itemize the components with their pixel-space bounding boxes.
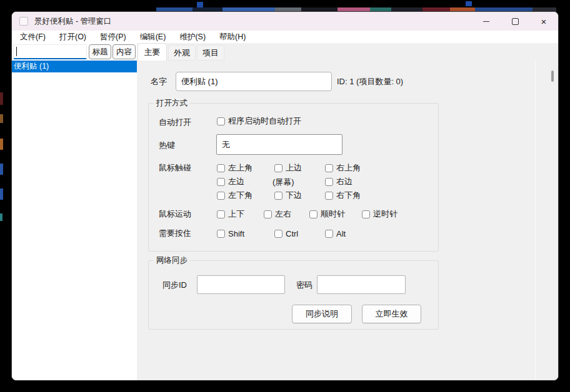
password-input[interactable] <box>317 275 406 294</box>
filter-content-label: 内容 <box>116 47 132 57</box>
background-fragment <box>197 2 203 7</box>
checkbox-icon <box>217 192 225 200</box>
name-label: 名字 <box>151 76 167 87</box>
title-bar[interactable]: 景好便利贴 - 管理窗口 × <box>12 12 558 31</box>
checkbox-motion-leftright[interactable]: 左右 <box>264 209 291 219</box>
app-icon <box>19 17 28 26</box>
open-method-group: 打开方式 自动打开 程序启动时自动打开 热键 鼠标触碰 左上角 上边 右上角 <box>148 103 439 252</box>
checkbox-icon <box>274 230 282 238</box>
sync-id-input[interactable] <box>197 275 285 294</box>
filter-content-button[interactable]: 内容 <box>112 44 136 59</box>
tab-items[interactable]: 项目 <box>197 45 224 61</box>
checkbox-touch-bottom[interactable]: 下边 <box>274 190 302 200</box>
checkbox-icon <box>217 164 225 172</box>
minimize-icon <box>483 21 489 22</box>
close-button[interactable]: × <box>529 12 558 31</box>
left-panel: 标题 内容 便利贴 (1) <box>12 43 137 381</box>
tab-appearance[interactable]: 外观 <box>168 45 196 61</box>
background-fragment <box>0 164 3 175</box>
menu-bar: 文件(F) 打开(O) 暂停(P) 编辑(E) 维护(S) 帮助(H) <box>12 31 558 43</box>
id-info: ID: 1 (项目数量: 0) <box>337 76 403 87</box>
checkbox-icon <box>217 210 225 218</box>
note-item-label: 便利贴 (1) <box>14 61 49 72</box>
list-item-note[interactable]: 便利贴 (1) <box>12 61 137 72</box>
menu-edit[interactable]: 编辑(E) <box>133 31 173 43</box>
checkbox-touch-right[interactable]: 右边 <box>325 177 352 187</box>
checkbox-icon <box>217 230 225 238</box>
checkbox-touch-left[interactable]: 左边 <box>217 177 244 187</box>
password-label: 密码 <box>296 280 312 291</box>
checkbox-icon <box>217 178 225 186</box>
checkbox-icon <box>309 210 318 218</box>
tab-main[interactable]: 主要 <box>138 43 167 61</box>
checkbox-icon <box>362 210 370 218</box>
window-title: 景好便利贴 - 管理窗口 <box>34 16 112 27</box>
checkbox-icon <box>325 178 333 186</box>
maximize-icon <box>512 18 519 25</box>
filter-title-button[interactable]: 标题 <box>89 44 111 59</box>
checkbox-hold-alt[interactable]: Alt <box>325 228 346 238</box>
network-sync-group: 网络同步 同步ID 密码 同步说明 立即生效 <box>148 260 439 330</box>
checkbox-icon <box>264 210 272 218</box>
mouse-motion-label: 鼠标运动 <box>159 208 191 220</box>
checkbox-touch-top-right[interactable]: 右上角 <box>325 163 361 173</box>
tab-items-label: 项目 <box>202 47 219 59</box>
auto-open-label: 自动打开 <box>159 117 191 128</box>
background-fragment <box>0 189 3 200</box>
network-sync-group-title: 网络同步 <box>154 255 190 266</box>
checkbox-icon <box>274 192 282 200</box>
text-caret <box>16 47 17 56</box>
close-icon: × <box>541 17 547 26</box>
filter-title-label: 标题 <box>92 47 108 57</box>
checkbox-icon <box>325 230 333 238</box>
menu-maintain[interactable]: 维护(S) <box>172 31 212 43</box>
hotkey-input[interactable] <box>216 134 342 155</box>
checkbox-icon <box>325 164 333 172</box>
checkbox-touch-top[interactable]: 上边 <box>274 163 302 173</box>
panel-divider <box>535 61 536 381</box>
checkbox-icon <box>217 117 225 125</box>
background-fragment <box>466 1 472 6</box>
tab-appearance-label: 外观 <box>174 47 190 59</box>
menu-pause[interactable]: 暂停(P) <box>93 31 133 43</box>
search-input[interactable] <box>13 44 87 59</box>
checkbox-touch-top-left[interactable]: 左上角 <box>217 163 252 173</box>
name-input[interactable] <box>176 72 332 91</box>
checkbox-motion-clockwise[interactable]: 顺时针 <box>309 209 345 219</box>
menu-file[interactable]: 文件(F) <box>13 31 52 43</box>
checkbox-hold-ctrl[interactable]: Ctrl <box>274 228 298 238</box>
hold-key-label: 需要按住 <box>159 228 191 239</box>
checkbox-motion-updown[interactable]: 上下 <box>217 209 244 219</box>
screen-center-label: (屏幕) <box>272 177 294 188</box>
hotkey-label: 热键 <box>159 140 175 151</box>
checkbox-icon <box>325 192 333 200</box>
background-fragment <box>0 92 3 105</box>
note-list: 便利贴 (1) <box>12 61 137 381</box>
menu-open[interactable]: 打开(O) <box>52 31 93 43</box>
background-fragment <box>0 139 3 150</box>
background-fragment <box>0 114 3 123</box>
minimize-button[interactable] <box>472 12 501 31</box>
checkbox-auto-open[interactable]: 程序启动时自动打开 <box>217 116 301 126</box>
checkbox-auto-open-label: 程序启动时自动打开 <box>228 115 301 127</box>
scrollbar-thumb[interactable] <box>551 71 554 82</box>
checkbox-touch-bottom-right[interactable]: 右下角 <box>325 190 361 200</box>
maximize-button[interactable] <box>501 12 529 31</box>
tab-main-label: 主要 <box>144 47 161 58</box>
open-method-group-title: 打开方式 <box>154 98 190 109</box>
apply-now-button-label: 立即生效 <box>376 308 408 320</box>
sync-help-button-label: 同步说明 <box>306 308 338 320</box>
sync-help-button[interactable]: 同步说明 <box>292 305 352 323</box>
checkbox-hold-shift[interactable]: Shift <box>217 228 244 238</box>
checkbox-motion-counterclockwise[interactable]: 逆时针 <box>362 209 398 219</box>
right-panel: 主要 外观 项目 名字 ID: 1 (项目数量: 0) 打开方式 自动打开 程序… <box>137 43 558 381</box>
checkbox-icon <box>274 164 282 172</box>
apply-now-button[interactable]: 立即生效 <box>362 305 421 323</box>
manager-window: 景好便利贴 - 管理窗口 × 文件(F) 打开(O) 暂停(P) 编辑(E) 维… <box>11 11 559 381</box>
mouse-touch-label: 鼠标触碰 <box>159 162 191 174</box>
sync-id-label: 同步ID <box>162 280 187 291</box>
checkbox-touch-bottom-left[interactable]: 左下角 <box>217 190 252 200</box>
menu-help[interactable]: 帮助(H) <box>212 31 252 43</box>
background-fragment <box>0 213 2 221</box>
